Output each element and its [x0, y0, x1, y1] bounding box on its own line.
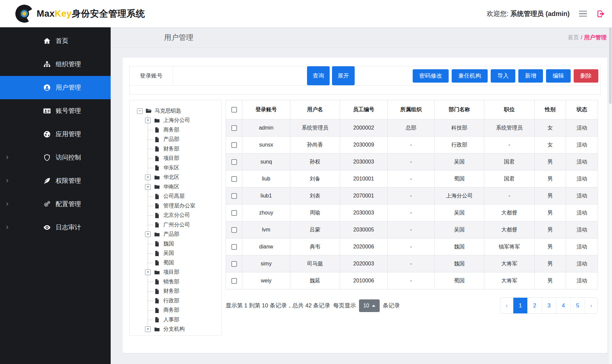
table-row[interactable]: zhouy周瑜2030003-吴国大都督男活动	[226, 204, 598, 221]
expand-icon[interactable]: +	[145, 184, 151, 190]
row-checkbox[interactable]	[231, 278, 237, 284]
sidebar-item-app-management[interactable]: 应用管理	[0, 123, 111, 146]
expand-icon[interactable]: +	[145, 175, 151, 180]
row-checkbox[interactable]	[231, 142, 237, 148]
row-checkbox[interactable]	[231, 176, 237, 182]
row-checkbox[interactable]	[231, 159, 237, 165]
scrollbar-thumb[interactable]	[609, 27, 612, 104]
breadcrumb-home[interactable]: 首页	[568, 34, 579, 41]
tree-node[interactable]: +产品部	[134, 230, 219, 239]
tree-node[interactable]: −马克思钥匙	[134, 106, 219, 116]
page-button-4[interactable]: 4	[556, 298, 570, 313]
table-row[interactable]: sunsx孙尚香2030009-行政部-女活动	[226, 137, 598, 154]
import-button[interactable]: 导入	[491, 69, 515, 83]
tree-node[interactable]: 商务部	[134, 306, 219, 315]
row-checkbox[interactable]	[231, 261, 237, 267]
table-row[interactable]: liub刘备2010001-蜀国国君男活动	[226, 171, 598, 187]
tree-node[interactable]: +华北区	[134, 173, 219, 182]
tree-node[interactable]: +华南区	[134, 182, 219, 192]
table-row[interactable]: weiy魏延2010006-蜀国大将军男活动	[226, 272, 598, 289]
tree-node-label[interactable]: 马克思钥匙	[155, 108, 181, 115]
expand-icon[interactable]: +	[145, 118, 151, 123]
tree-node[interactable]: 行政部	[134, 296, 219, 306]
select-all-checkbox[interactable]	[231, 107, 237, 113]
tree-node[interactable]: 产品部	[134, 135, 219, 145]
row-checkbox[interactable]	[231, 227, 237, 233]
tree-node[interactable]: 项目部	[134, 154, 219, 164]
sidebar-item-access-control[interactable]: ›访问控制	[0, 146, 111, 169]
tree-node-label[interactable]: 财务部	[163, 146, 179, 153]
tree-node-label[interactable]: 财务部	[163, 288, 179, 295]
brand[interactable]: MaxKey身份安全管理系统	[15, 5, 145, 23]
collapse-icon[interactable]: −	[137, 108, 143, 114]
tree-node-label[interactable]: 行政部	[163, 297, 179, 304]
tree-node-label[interactable]: 项目部	[163, 269, 179, 276]
table-row[interactable]: liub1刘表2070001-上海分公司-男活动	[226, 187, 598, 204]
tree-node[interactable]: +项目部	[134, 268, 219, 277]
page-button-5[interactable]: 5	[570, 298, 585, 313]
expand-icon[interactable]: +	[145, 269, 151, 275]
tree-node-label[interactable]: 魏国	[163, 240, 174, 247]
tree-node-label[interactable]: 华东区	[163, 165, 179, 172]
login-account-input[interactable]	[173, 66, 305, 85]
tree-node[interactable]: 销售部	[134, 277, 219, 287]
tree-node-label[interactable]: 项目部	[163, 155, 179, 162]
add-button[interactable]: 新增	[518, 69, 543, 83]
tree-node[interactable]: 公司高层	[134, 192, 219, 201]
tree-node-label[interactable]: 公司高层	[163, 193, 185, 200]
tree-node[interactable]: 魏国	[134, 239, 219, 249]
page-size-dropdown[interactable]: 10	[359, 299, 380, 312]
row-checkbox[interactable]	[231, 210, 237, 216]
row-checkbox[interactable]	[231, 125, 237, 131]
tree-node-label[interactable]: 人事部	[163, 316, 179, 323]
tree-node-label[interactable]: 华北区	[163, 174, 179, 181]
prev-page-button[interactable]: ‹	[500, 298, 513, 313]
tree-node-label[interactable]: 吴国	[163, 250, 174, 257]
tree-node-label[interactable]: 广州分公司	[163, 221, 190, 228]
table-row[interactable]: admin系统管理员2000002总部科技部系统管理员女活动	[226, 120, 598, 137]
row-checkbox[interactable]	[231, 193, 237, 199]
sidebar-item-log-audit[interactable]: ›日志审计	[0, 216, 111, 239]
tree-node[interactable]: 财务部	[134, 287, 219, 296]
sidebar-item-config-management[interactable]: ›配置管理	[0, 192, 111, 216]
table-row[interactable]: dianw典韦2020006-魏国镇军将军男活动	[226, 238, 598, 255]
sidebar-item-home[interactable]: 首页	[0, 29, 111, 53]
concurrent-org-button[interactable]: 兼任机构	[452, 69, 488, 83]
tree-node[interactable]: +分支机构	[134, 325, 219, 334]
sidebar-item-permission-management[interactable]: ›权限管理	[0, 169, 111, 192]
edit-button[interactable]: 编辑	[546, 69, 571, 83]
table-row[interactable]: simy司马懿2020003-魏国大将军男活动	[226, 255, 598, 272]
change-password-button[interactable]: 密码修改	[413, 69, 449, 83]
expand-button[interactable]: 展开	[332, 66, 355, 85]
tree-node-label[interactable]: 销售部	[163, 278, 179, 285]
tree-node[interactable]: 财务部	[134, 144, 219, 154]
page-button-2[interactable]: 2	[527, 298, 542, 313]
row-checkbox[interactable]	[231, 244, 237, 250]
expand-icon[interactable]: +	[145, 231, 151, 237]
tree-node[interactable]: 吴国	[134, 249, 219, 258]
page-button-3[interactable]: 3	[542, 298, 556, 313]
expand-icon[interactable]: +	[145, 326, 151, 332]
table-row[interactable]: sunq孙权2030003-吴国国君男活动	[226, 154, 598, 171]
tree-node[interactable]: 蜀国	[134, 258, 219, 268]
tree-node-label[interactable]: 产品部	[163, 136, 179, 143]
scrollbar[interactable]	[609, 27, 612, 364]
tree-node-label[interactable]: 北京分公司	[163, 212, 190, 219]
sidebar-item-user-management[interactable]: 用户管理	[0, 76, 111, 99]
tree-node-label[interactable]: 商务部	[163, 307, 179, 314]
tree-node[interactable]: 管理层办公室	[134, 201, 219, 211]
tree-node[interactable]: 广州分公司	[134, 220, 219, 230]
next-page-button[interactable]: ›	[585, 298, 597, 313]
table-row[interactable]: lvm吕蒙2030005-吴国大都督男活动	[226, 221, 598, 238]
sidebar-item-account-management[interactable]: 账号管理	[0, 99, 111, 123]
tree-node-label[interactable]: 管理层办公室	[163, 202, 195, 209]
logout-icon[interactable]	[596, 9, 605, 18]
tree-node-label[interactable]: 产品部	[163, 231, 179, 238]
tree-node-label[interactable]: 分支机构	[163, 326, 185, 333]
tree-node[interactable]: +上海分公司	[134, 116, 219, 126]
tree-node[interactable]: 北京分公司	[134, 211, 219, 220]
tree-node-label[interactable]: 上海分公司	[163, 117, 190, 124]
tree-node[interactable]: 华东区	[134, 163, 219, 173]
tree-node[interactable]: 商务部	[134, 125, 219, 135]
tree-node-label[interactable]: 商务部	[163, 127, 179, 134]
